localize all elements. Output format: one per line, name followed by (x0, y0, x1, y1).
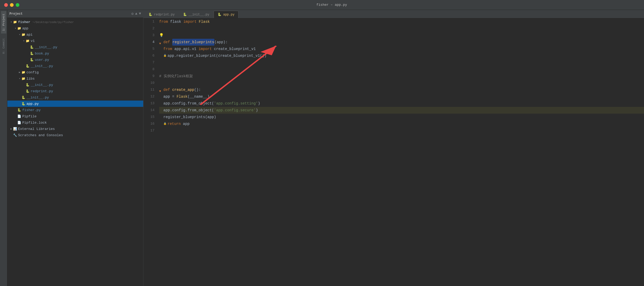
item-name: app (22, 26, 28, 30)
tree-item-libs[interactable]: ▾ 📁 libs (7, 75, 143, 82)
code-line-13: app.config.from_object( 'app.config.sett… (159, 100, 644, 107)
line-num-5: 5 (143, 46, 154, 52)
fold-indicator-11[interactable]: ▼ (159, 88, 163, 92)
line-num-1: 1 (143, 18, 154, 25)
code-line-12: app = Flask (__name__) (159, 93, 644, 100)
item-name: app.py (26, 102, 39, 106)
line-num-13: 13 (143, 100, 154, 107)
arrow-space (26, 46, 30, 49)
line-num-9: 9 (143, 73, 154, 80)
tree-item-book[interactable]: 🐍 book.py (7, 50, 143, 57)
arrow-space (22, 84, 26, 86)
main-layout: 1: Project 0: Commit Project ⚙ ▲ ▼ ▾ 📁 f… (0, 10, 644, 286)
code-line-14: app.config.from_object( 'app.config.secu… (159, 107, 644, 114)
item-name: Scratches and Consoles (18, 133, 63, 137)
sidebar-item-project[interactable]: 1: Project (1, 11, 6, 34)
tree-item-fisher-py[interactable]: 🐍 fisher.py (7, 107, 143, 113)
tree-item-external-libraries[interactable]: ▶ 📊 External Libraries (7, 126, 143, 132)
fold-indicator-4[interactable]: ▼ (159, 40, 163, 44)
py-icon: 🐍 (21, 96, 25, 100)
arrow-space (22, 65, 26, 68)
expand-icon[interactable]: ▼ (139, 12, 141, 16)
item-name: __init__.py (31, 83, 53, 87)
code-line-9: # 实例化flask框架 (159, 73, 644, 80)
folder-icon: 📁 (13, 20, 17, 24)
project-panel: Project ⚙ ▲ ▼ ▾ 📁 fisher ~/Desktop/code/… (7, 10, 143, 286)
tree-item-pipfile[interactable]: 📄 Pipfile (7, 113, 143, 119)
folder-icon: 📁 (26, 39, 30, 43)
item-name: book.py (35, 52, 49, 56)
tree-item-root[interactable]: ▾ 📁 fisher ~/Desktop/code/py/fisher (7, 19, 143, 25)
item-name: api (26, 33, 32, 37)
py-icon: 🐍 (17, 108, 21, 112)
code-line-10 (159, 80, 644, 86)
tab-label: __init__.py (188, 13, 209, 16)
tree-item-api-init[interactable]: 🐍 __init__.py (7, 63, 143, 69)
code-content[interactable]: from flask import Flask 💡 ▼ def regist (157, 18, 644, 286)
lightbulb-icon: 💡 (159, 32, 164, 39)
code-line-5: from app.api.v1 import create_blueprint_… (159, 46, 644, 52)
folder-arrow: ▶ (18, 71, 21, 74)
arrow-space (26, 58, 30, 61)
arrow-space (22, 90, 26, 93)
tab-icon: 🐍 (218, 13, 221, 16)
minimize-button[interactable] (10, 3, 14, 7)
line-num-4: 4 (143, 39, 154, 46)
editor-area: 🐍 redprint.py 🐍 __init__.py 🐍 app.py 1 2… (143, 10, 644, 286)
tree-item-app-py[interactable]: 🐍 app.py (7, 101, 143, 107)
tab-redprint[interactable]: 🐍 redprint.py (145, 11, 179, 18)
code-line-7 (159, 59, 644, 66)
code-line-3: 💡 (159, 32, 644, 39)
tab-label: app.py (223, 13, 234, 16)
line-num-11: 11 (143, 86, 154, 93)
panel-actions: ⚙ ▲ ▼ (131, 12, 141, 16)
lock-icon-6: 🔒 (163, 52, 166, 59)
line-num-17: 17 (143, 127, 154, 134)
folder-icon: 📁 (21, 70, 25, 74)
maximize-button[interactable] (16, 3, 19, 7)
tree-item-app[interactable]: ▾ 📁 app (7, 25, 143, 31)
item-name: __init__.py (26, 96, 49, 100)
tabs-bar: 🐍 redprint.py 🐍 __init__.py 🐍 app.py (143, 10, 644, 18)
folder-icon: 📁 (21, 33, 25, 37)
tree-item-redprint[interactable]: 🐍 redprint.py (7, 88, 143, 94)
file-icon: 📄 (17, 114, 21, 118)
tree-item-user[interactable]: 🐍 user.py (7, 57, 143, 63)
tab-init[interactable]: 🐍 __init__.py (179, 11, 213, 18)
item-name: fisher.py (22, 108, 41, 112)
item-name: Pipfile.lock (22, 121, 47, 125)
tree-item-pipfile-lock[interactable]: 📄 Pipfile.lock (7, 119, 143, 126)
tree-item-v1-init[interactable]: 🐍 __init__.py (7, 44, 143, 50)
arrow-space (14, 109, 17, 112)
code-container[interactable]: 1 2 3 4 5 6 7 8 9 10 11 12 13 14 15 16 1… (143, 18, 644, 286)
code-line-1: from flask import Flask (159, 18, 644, 25)
py-icon: 🐍 (26, 89, 30, 93)
arrow-space (18, 96, 21, 99)
item-name: user.py (35, 58, 49, 62)
folder-icon: 📁 (21, 77, 25, 81)
item-name: v1 (31, 39, 35, 43)
folder-arrow: ▾ (9, 20, 13, 24)
code-line-6: 🔒 app.register_blueprint(create_blueprin… (159, 52, 644, 59)
arrow-space (9, 134, 13, 137)
folder-arrow: ▾ (14, 27, 17, 30)
tree-item-v1[interactable]: ▾ 📁 v1 (7, 38, 143, 44)
code-line-15: register_blueprints(app) (159, 114, 644, 120)
tree-item-app-init[interactable]: 🐍 __init__.py (7, 94, 143, 101)
line-numbers: 1 2 3 4 5 6 7 8 9 10 11 12 13 14 15 16 1… (143, 18, 157, 286)
tree-item-api[interactable]: ▾ 📁 api (7, 31, 143, 38)
gear-icon[interactable]: ⚙ (131, 12, 134, 16)
tree-item-libs-init[interactable]: 🐍 __init__.py (7, 82, 143, 88)
folder-arrow: ▾ (18, 33, 21, 36)
window-controls (4, 3, 19, 7)
code-line-2 (159, 25, 644, 32)
tab-app[interactable]: 🐍 app.py (214, 11, 238, 18)
item-name: __init__.py (35, 45, 57, 49)
py-icon: 🐍 (26, 83, 30, 87)
close-button[interactable] (4, 3, 8, 7)
sidebar-item-commit[interactable]: 0: Commit (1, 36, 6, 56)
folder-arrow: ▶ (9, 127, 13, 130)
tree-item-scratches[interactable]: 🔧 Scratches and Consoles (7, 132, 143, 138)
collapse-icon[interactable]: ▲ (135, 12, 137, 16)
tree-item-config[interactable]: ▶ 📁 config (7, 69, 143, 75)
